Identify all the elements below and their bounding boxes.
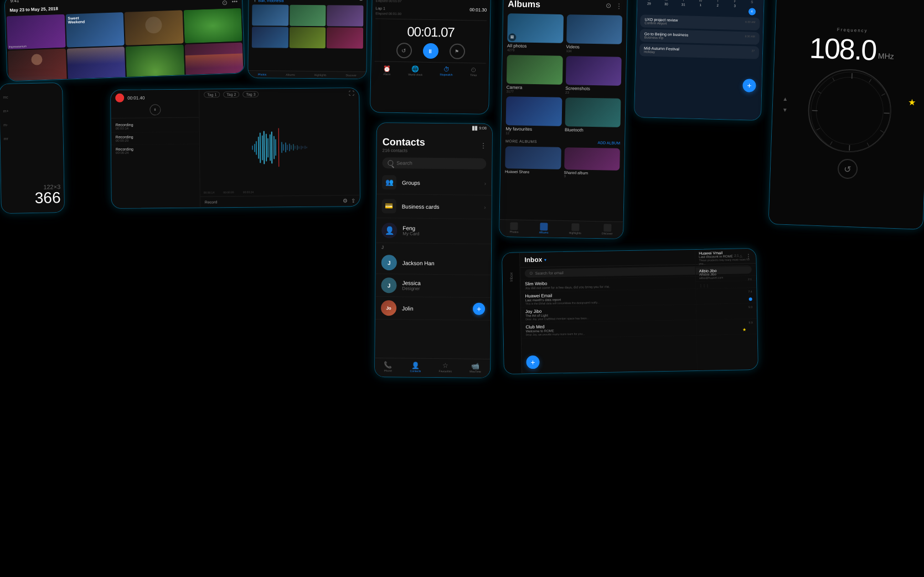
business-cards-row[interactable]: 💳 Business cards › (376, 194, 492, 219)
calculator-phone: mc m+ m- mr 122×3 366 (0, 83, 65, 214)
tag-3[interactable]: Tag 3 (242, 91, 259, 97)
add-album-btn[interactable]: ADD ALBUM (598, 141, 621, 145)
email-col-extra-3: ⋮⋮⋮ (696, 281, 756, 289)
photo-thumb-5[interactable] (8, 49, 67, 81)
nav-down-btn[interactable]: ▼ (779, 105, 791, 115)
tag-2[interactable]: Tag 2 (223, 91, 239, 97)
tab-alarm[interactable]: ⏰ Alarm (383, 65, 391, 76)
contacts-more-icon[interactable]: ⋮ (480, 142, 487, 150)
recorder-bottom-controls: Record ⚙ ⇪ (200, 195, 360, 208)
contact-feng-row[interactable]: 👤 Feng My Card (376, 218, 491, 244)
album-bluetooth[interactable]: Bluetooth (565, 97, 621, 137)
gallery-location: 📍 Bali, Indonesia (252, 0, 283, 3)
photo-thumb-4[interactable] (183, 8, 242, 44)
photo-thumb-2[interactable]: SweetWeekend (65, 12, 125, 48)
star-icon[interactable]: ★ (908, 97, 916, 107)
nav-highlights[interactable]: Highlights (569, 223, 581, 234)
nav-albums-active[interactable]: Albums (539, 223, 549, 234)
gallery-cell-3[interactable] (327, 5, 363, 27)
more-albums-label: MORE ALBUMS (505, 139, 537, 143)
more-icon-1[interactable]: ••• (231, 0, 238, 6)
sw-controls: ↺ ⏸ ⚑ (375, 42, 486, 60)
photo-thumb-6[interactable] (66, 47, 126, 81)
radio-phone: 9:08 ▊ ▲ ▼ Frequency 108.0 MHz (768, 0, 924, 230)
album-huawei-share[interactable]: Huawei Share (505, 146, 561, 178)
album-grid: 🖼 All photos 4279 Videos 134 Camera 3177… (505, 13, 622, 137)
sw-reset-btn[interactable]: ↺ (396, 43, 411, 58)
albums-title: Albums (508, 0, 540, 9)
gnav-photos[interactable]: Photos (258, 73, 267, 76)
albums-bottom-nav: Photos Albums Highlights Discover (499, 219, 623, 239)
gallery-cell-2[interactable] (290, 5, 326, 27)
freq-dial[interactable] (807, 68, 892, 153)
gallery-cell-1[interactable] (252, 4, 288, 26)
calendar-fab[interactable]: + (742, 79, 756, 92)
contact-jackson-row[interactable]: J Jackson Han (376, 251, 491, 275)
album-videos[interactable]: Videos 134 (566, 14, 622, 54)
photo-thumb-8[interactable] (184, 43, 244, 78)
rec-pause-btn[interactable]: ⏸ (149, 104, 161, 115)
gallery-cell-5[interactable] (289, 27, 326, 49)
photo-text-2: SweetWeekend (68, 16, 85, 24)
notification-list: UXD project review 6:30 AM Confirm Airpo… (639, 14, 760, 59)
email-sidebar: Inbox (502, 253, 522, 374)
notif-1: UXD project review 6:30 AM Confirm Airpo… (640, 14, 760, 30)
gallery-search-icon[interactable]: ⊙ (358, 0, 364, 2)
refresh-btn[interactable]: ↺ (837, 158, 858, 179)
rec-list-item-3[interactable]: Recording 00:00:24 (111, 145, 199, 157)
sw-flag-btn[interactable]: ⚑ (449, 44, 464, 59)
rec-share-icon[interactable]: ⇪ (351, 198, 355, 204)
calendar-phone: 9:41 ▊ S M T W T F S 29 30 31 1 2 3 4 (634, 0, 765, 121)
gallery-cell-6[interactable] (327, 27, 363, 49)
jolin-fab[interactable]: + (473, 303, 485, 315)
tab-worldclock[interactable]: 🌐 World clock (408, 65, 422, 76)
photo-thumb-7[interactable] (126, 44, 185, 80)
album-all-photos[interactable]: 🖼 All photos 4279 (507, 13, 564, 53)
rec-list-item-1[interactable]: Recording 00:00:14 (111, 120, 199, 133)
contacts-search-bar[interactable]: Search (382, 157, 486, 169)
calc-label-mc: mc (3, 95, 8, 99)
photo-thumb-3[interactable] (125, 10, 184, 45)
gallery-cell-4[interactable] (252, 27, 288, 48)
freq-display: 108.0 (809, 33, 876, 64)
sw-play-btn[interactable]: ⏸ (422, 43, 438, 59)
email-fab[interactable]: + (526, 356, 539, 369)
business-cards-icon: 💳 (382, 199, 396, 213)
contacts-nav-phone[interactable]: 📞 Phone (384, 361, 392, 372)
nav-discover[interactable]: Discover (602, 224, 613, 235)
album-shared[interactable]: Shared album 3 (564, 147, 620, 179)
contacts-bottom-nav: 📞 Phone 👤 Contacts ☆ Favourites 📹 MeeTim… (375, 358, 490, 378)
album-camera[interactable]: Camera 3177 (507, 55, 563, 94)
contacts-nav-contacts-active[interactable]: 👤 Contacts (410, 362, 421, 373)
email-col-extra-2: Alibio Jibo Alfobia Jibo alibio@huawei.c… (696, 266, 756, 282)
gnav-albums[interactable]: Albums (286, 73, 295, 76)
tag-1[interactable]: Tag 1 (204, 91, 220, 97)
nav-photos[interactable]: Photos (510, 222, 519, 233)
calc-label-mminus: m- (3, 123, 9, 127)
contacts-nav-fav[interactable]: ☆ Favourites (439, 362, 452, 373)
search-icon-1[interactable]: ⊙ (221, 0, 227, 7)
photo-thumb-1[interactable]: Impressionism (7, 14, 66, 50)
svg-line-2 (869, 79, 871, 83)
tab-timer[interactable]: ⏲ Timer (470, 66, 477, 77)
freq-unit: MHz (878, 51, 894, 61)
rec-settings-icon[interactable]: ⚙ (343, 198, 348, 204)
tab-stopwatch[interactable]: ⏱ Stopwatch (440, 66, 453, 76)
rec-list-item-2[interactable]: Recording 00:00:20 (111, 132, 199, 145)
contact-jolin-row[interactable]: Jo Jolin + (375, 297, 491, 321)
gnav-discover[interactable]: Discover (345, 74, 357, 77)
nav-up-btn[interactable]: ▲ (780, 94, 791, 104)
albums-search-icon[interactable]: ⊙ (606, 2, 611, 9)
record-dot[interactable] (115, 94, 124, 102)
contacts-nav-meetme[interactable]: 📹 MeeTime (469, 362, 481, 373)
album-screenshots[interactable]: Screenshots 23 (565, 56, 622, 95)
album-favourites[interactable]: My favourites 12 (505, 96, 562, 136)
contact-jessica-row[interactable]: J Jessica Designer (375, 274, 491, 298)
email-col-extra-1: Huawei Vmail Last discount in ROME These… (695, 249, 756, 267)
expand-icon[interactable]: ⛶ (349, 90, 354, 96)
albums-more-icon[interactable]: ⋮ (616, 2, 622, 10)
groups-row[interactable]: 👥 Groups › (376, 171, 492, 195)
jolin-name: Jolin (402, 305, 473, 312)
inbox-dropdown[interactable]: ▾ (544, 257, 546, 262)
gnav-highlights[interactable]: Highlights (314, 73, 327, 76)
